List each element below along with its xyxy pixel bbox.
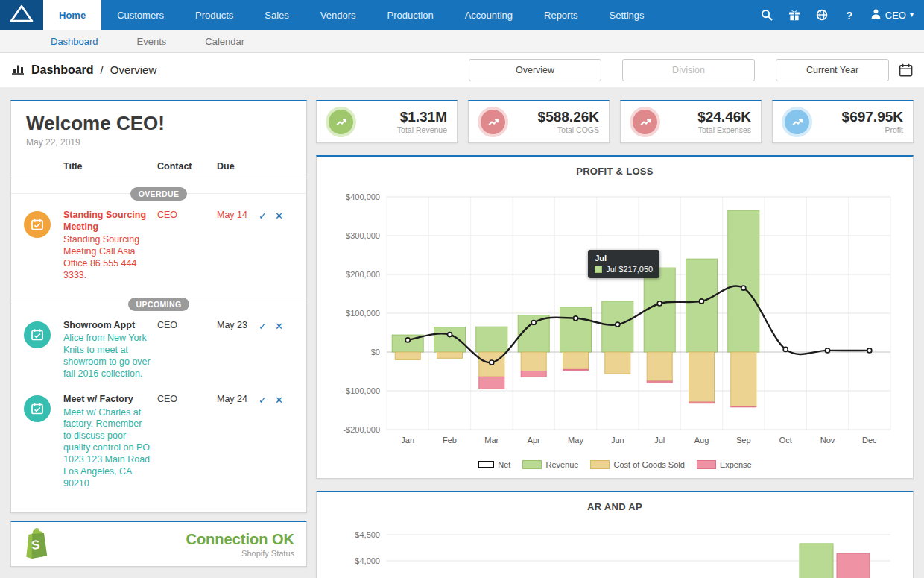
globe-icon[interactable] xyxy=(815,8,829,22)
kpi-value: $1.31M xyxy=(397,110,447,125)
nav-item-sales[interactable]: Sales xyxy=(249,0,305,30)
task-actions: ✓✕ xyxy=(259,320,306,380)
task-due: May 23 xyxy=(217,320,259,380)
nav-item-accounting[interactable]: Accounting xyxy=(449,0,528,30)
user-name: CEO xyxy=(885,10,906,21)
trend-line-icon xyxy=(633,110,657,134)
complete-check-icon[interactable]: ✓ xyxy=(259,210,267,222)
task-icon-cell xyxy=(11,320,63,380)
section-divider: UPCOMING xyxy=(11,297,306,310)
nav-item-products[interactable]: Products xyxy=(180,0,249,30)
kpi-text: $697.95KProfit xyxy=(842,110,903,135)
nav-item-vendors[interactable]: Vendors xyxy=(305,0,372,30)
profit-loss-card: PROFIT & LOSS $400,000$300,000$200,000$1… xyxy=(316,155,914,479)
kpi-label: Total Revenue xyxy=(397,125,447,134)
subnav-item-events[interactable]: Events xyxy=(137,36,167,47)
subnav-item-calendar[interactable]: Calendar xyxy=(205,36,244,47)
task-row: Standing Sourcing MeetingStanding Sourci… xyxy=(11,203,306,289)
svg-text:$400,000: $400,000 xyxy=(346,192,380,201)
welcome-date: May 22, 2019 xyxy=(11,135,306,157)
legend-label: Cost of Goods Sold xyxy=(613,460,684,469)
svg-text:Apr: Apr xyxy=(528,436,540,445)
subnav-item-dashboard[interactable]: Dashboard xyxy=(51,36,98,47)
svg-text:$300,000: $300,000 xyxy=(346,231,380,240)
content-area: Welcome CEO! May 22, 2019 Title Contact … xyxy=(0,87,924,578)
complete-check-icon[interactable]: ✓ xyxy=(259,321,267,333)
left-column: Welcome CEO! May 22, 2019 Title Contact … xyxy=(10,100,307,567)
legend-item-expense[interactable]: Expense xyxy=(697,460,752,469)
user-menu[interactable]: CEO ▾ xyxy=(870,8,914,22)
help-icon[interactable]: ? xyxy=(843,8,856,22)
calendar-check-icon xyxy=(24,395,51,422)
page-title: Dashboard / Overview xyxy=(11,63,156,77)
task-description: Standing Sourcing Meeting Call Asia Offi… xyxy=(63,234,157,282)
legend-item-net[interactable]: Net xyxy=(478,460,510,469)
task-actions: ✓✕ xyxy=(259,394,306,490)
page-header: Dashboard / Overview OverviewDivisionCur… xyxy=(0,53,924,87)
svg-text:Jun: Jun xyxy=(611,436,624,445)
kpi-value: $24.46K xyxy=(697,110,751,125)
profit-loss-legend: NetRevenueCost of Goods SoldExpense xyxy=(327,455,902,474)
svg-text:$0: $0 xyxy=(371,348,380,356)
kpi-label: Profit xyxy=(842,125,903,134)
nav-item-settings[interactable]: Settings xyxy=(594,0,660,30)
task-title[interactable]: Showroom Appt xyxy=(63,320,157,332)
kpi-card-total-cogs: $588.26KTotal COGS xyxy=(468,100,610,143)
secondary-nav: DashboardEventsCalendar xyxy=(0,30,924,53)
app-logo[interactable] xyxy=(0,0,43,30)
navbar-right: ? CEO ▾ xyxy=(760,0,924,30)
main-nav: HomeCustomersProductsSalesVendorsProduct… xyxy=(43,0,660,30)
dismiss-x-icon[interactable]: ✕ xyxy=(275,395,283,406)
ar-ap-chart[interactable]: $4,500$4,000 xyxy=(327,518,902,578)
welcome-card: Welcome CEO! May 22, 2019 Title Contact … xyxy=(10,100,307,513)
kpi-card-profit: $697.95KProfit xyxy=(772,100,914,143)
task-title-cell: Showroom ApptAlice from New York Knits t… xyxy=(63,320,157,380)
task-title[interactable]: Standing Sourcing Meeting xyxy=(63,210,157,233)
nav-item-reports[interactable]: Reports xyxy=(528,0,594,30)
nav-item-production[interactable]: Production xyxy=(372,0,449,30)
search-icon[interactable] xyxy=(760,8,773,22)
task-title-cell: Meet w/ FactoryMeet w/ Charles at factor… xyxy=(63,394,157,490)
svg-text:-$200,000: -$200,000 xyxy=(343,425,380,434)
question-mark-glyph: ? xyxy=(846,9,852,22)
svg-text:Jul: Jul xyxy=(654,436,665,445)
legend-item-cost-of-goods-sold[interactable]: Cost of Goods Sold xyxy=(590,460,684,469)
svg-text:Oct: Oct xyxy=(779,436,792,445)
filter-button-overview[interactable]: Overview xyxy=(469,59,601,81)
nav-item-customers[interactable]: Customers xyxy=(101,0,180,30)
svg-text:Mar: Mar xyxy=(484,436,499,445)
dismiss-x-icon[interactable]: ✕ xyxy=(275,321,283,333)
profit-loss-chart[interactable]: $400,000$300,000$200,000$100,000$0-$100,… xyxy=(327,182,902,452)
svg-text:Nov: Nov xyxy=(820,436,835,445)
svg-text:Sep: Sep xyxy=(736,436,751,445)
shopify-status-label: Shopify Status xyxy=(186,549,294,558)
task-list: OVERDUEStanding Sourcing MeetingStanding… xyxy=(11,186,306,497)
task-due: May 14 xyxy=(217,210,259,282)
col-title: Title xyxy=(63,161,157,172)
dismiss-x-icon[interactable]: ✕ xyxy=(275,210,283,222)
kpi-text: $588.26KTotal COGS xyxy=(538,110,599,135)
complete-check-icon[interactable]: ✓ xyxy=(259,395,267,406)
task-title-cell: Standing Sourcing MeetingStanding Sourci… xyxy=(63,210,157,282)
nav-item-home[interactable]: Home xyxy=(43,0,101,30)
legend-swatch xyxy=(522,460,542,469)
task-title[interactable]: Meet w/ Factory xyxy=(63,394,157,406)
trend-line-icon xyxy=(481,110,505,134)
svg-text:-$100,000: -$100,000 xyxy=(343,386,380,395)
triangle-logo-icon xyxy=(9,4,34,26)
shopify-status: Connection OK xyxy=(186,531,294,548)
filter-button-current-year[interactable]: Current Year xyxy=(776,59,889,81)
svg-text:May: May xyxy=(568,436,583,445)
legend-item-revenue[interactable]: Revenue xyxy=(522,460,578,469)
page-title-separator: / xyxy=(101,63,104,76)
svg-text:Jan: Jan xyxy=(401,436,414,445)
col-spacer xyxy=(259,161,306,172)
legend-swatch xyxy=(478,461,494,468)
legend-swatch xyxy=(697,460,716,469)
calendar-button[interactable] xyxy=(899,63,913,77)
kpi-value: $697.95K xyxy=(842,110,903,125)
kpi-card-total-revenue: $1.31MTotal Revenue xyxy=(316,100,458,143)
gift-icon[interactable] xyxy=(788,8,801,22)
task-description: Meet w/ Charles at factory. Remember to … xyxy=(63,407,157,490)
page-header-controls: OverviewDivisionCurrent Year xyxy=(469,59,913,81)
